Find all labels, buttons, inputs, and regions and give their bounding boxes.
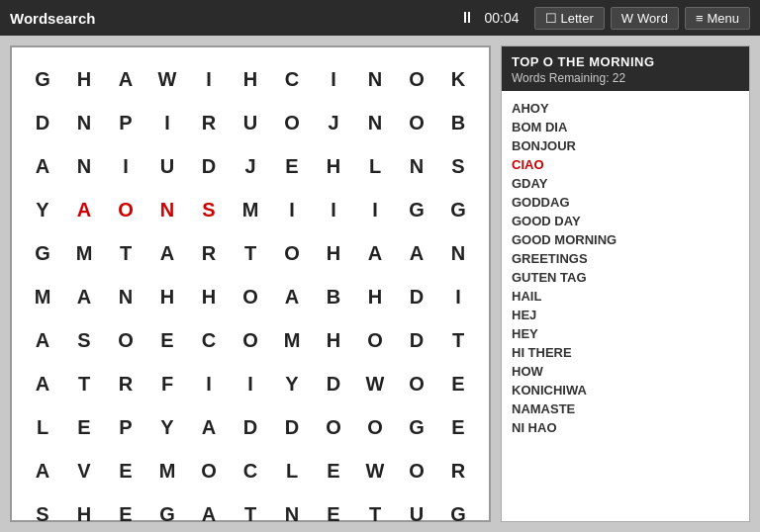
word-button[interactable]: W Word	[611, 7, 679, 30]
grid-cell[interactable]: I	[188, 57, 230, 101]
grid-cell[interactable]: T	[437, 318, 479, 362]
grid-cell[interactable]: I	[105, 144, 146, 188]
grid-cell[interactable]: E	[437, 362, 479, 405]
word-item[interactable]: HEJ	[512, 306, 739, 324]
word-item[interactable]: BOM DIA	[512, 118, 739, 136]
grid-cell[interactable]: A	[63, 275, 105, 318]
grid-cell[interactable]: G	[146, 492, 188, 532]
grid-cell[interactable]: A	[63, 188, 105, 231]
grid-cell[interactable]: J	[313, 101, 354, 144]
grid-cell[interactable]: C	[271, 57, 313, 101]
grid-cell[interactable]: C	[230, 449, 271, 492]
grid-cell[interactable]: M	[271, 318, 313, 362]
grid-cell[interactable]: A	[22, 144, 63, 188]
word-item[interactable]: HOW	[512, 362, 739, 381]
grid-cell[interactable]: U	[396, 492, 437, 532]
grid-cell[interactable]: O	[354, 318, 396, 362]
grid-cell[interactable]: W	[354, 449, 396, 492]
grid-cell[interactable]: M	[230, 188, 271, 231]
grid-cell[interactable]: B	[437, 101, 479, 144]
grid-cell[interactable]: A	[105, 57, 146, 101]
grid-cell[interactable]: L	[354, 144, 396, 188]
grid-cell[interactable]: I	[313, 57, 354, 101]
word-item[interactable]: GUTEN TAG	[512, 268, 739, 287]
grid-cell[interactable]: A	[354, 231, 396, 275]
grid-cell[interactable]: H	[188, 275, 230, 318]
grid-cell[interactable]: D	[188, 144, 230, 188]
grid-cell[interactable]: H	[313, 318, 354, 362]
grid-cell[interactable]: R	[188, 231, 230, 275]
menu-button[interactable]: ≡ Menu	[685, 7, 750, 30]
grid-cell[interactable]: R	[105, 362, 146, 405]
word-item[interactable]: GOOD MORNING	[512, 230, 739, 249]
grid-cell[interactable]: R	[188, 101, 230, 144]
grid-cell[interactable]: Y	[271, 362, 313, 405]
grid-cell[interactable]: B	[313, 275, 354, 318]
grid-cell[interactable]: U	[146, 144, 188, 188]
grid-cell[interactable]: N	[146, 188, 188, 231]
grid-cell[interactable]: E	[146, 318, 188, 362]
grid-cell[interactable]: O	[271, 101, 313, 144]
grid-cell[interactable]: T	[230, 231, 271, 275]
grid-cell[interactable]: O	[396, 449, 437, 492]
grid-cell[interactable]: A	[22, 318, 63, 362]
grid-cell[interactable]: M	[146, 449, 188, 492]
grid-cell[interactable]: D	[271, 405, 313, 449]
grid-cell[interactable]: O	[105, 188, 146, 231]
grid-cell[interactable]: I	[230, 362, 271, 405]
grid-cell[interactable]: Y	[146, 405, 188, 449]
grid-cell[interactable]: A	[188, 492, 230, 532]
grid-cell[interactable]: I	[188, 362, 230, 405]
grid-cell[interactable]: S	[63, 318, 105, 362]
letter-button[interactable]: ☐ Letter	[534, 7, 605, 30]
grid-cell[interactable]: L	[22, 405, 63, 449]
grid-cell[interactable]: M	[22, 275, 63, 318]
word-item[interactable]: HEY	[512, 324, 739, 343]
grid-cell[interactable]: L	[271, 449, 313, 492]
grid-cell[interactable]: U	[230, 101, 271, 144]
grid-cell[interactable]: T	[63, 362, 105, 405]
grid-cell[interactable]: S	[437, 144, 479, 188]
grid-cell[interactable]: I	[313, 188, 354, 231]
grid-cell[interactable]: E	[105, 492, 146, 532]
word-item[interactable]: HAIL	[512, 287, 739, 306]
grid-cell[interactable]: G	[437, 492, 479, 532]
grid-cell[interactable]: I	[146, 101, 188, 144]
grid-cell[interactable]: A	[146, 231, 188, 275]
grid-cell[interactable]: O	[105, 318, 146, 362]
word-item[interactable]: BONJOUR	[512, 136, 739, 155]
grid-cell[interactable]: O	[313, 405, 354, 449]
grid-cell[interactable]: G	[396, 188, 437, 231]
word-item[interactable]: GREETINGS	[512, 249, 739, 268]
grid-cell[interactable]: D	[313, 362, 354, 405]
word-item[interactable]: NI HAO	[512, 418, 739, 437]
grid-cell[interactable]: H	[313, 231, 354, 275]
grid-cell[interactable]: G	[22, 57, 63, 101]
grid-cell[interactable]: E	[63, 405, 105, 449]
grid-cell[interactable]: H	[230, 57, 271, 101]
grid-cell[interactable]: A	[22, 449, 63, 492]
grid-cell[interactable]: N	[437, 231, 479, 275]
grid-cell[interactable]: D	[22, 101, 63, 144]
grid-cell[interactable]: I	[354, 188, 396, 231]
grid-cell[interactable]: V	[63, 449, 105, 492]
grid-cell[interactable]: O	[230, 318, 271, 362]
grid-cell[interactable]: O	[354, 405, 396, 449]
grid-cell[interactable]: A	[396, 231, 437, 275]
grid-cell[interactable]: D	[396, 318, 437, 362]
grid-cell[interactable]: N	[63, 144, 105, 188]
grid-cell[interactable]: J	[230, 144, 271, 188]
word-item[interactable]: KONICHIWA	[512, 381, 739, 399]
grid-cell[interactable]: E	[313, 492, 354, 532]
grid-cell[interactable]: Y	[22, 188, 63, 231]
grid-cell[interactable]: D	[396, 275, 437, 318]
grid-cell[interactable]: P	[105, 405, 146, 449]
grid-cell[interactable]: D	[230, 405, 271, 449]
grid-cell[interactable]: H	[63, 57, 105, 101]
grid-cell[interactable]: O	[396, 57, 437, 101]
grid-cell[interactable]: G	[396, 405, 437, 449]
grid-cell[interactable]: N	[354, 101, 396, 144]
word-item[interactable]: HI THERE	[512, 343, 739, 362]
grid-cell[interactable]: O	[396, 362, 437, 405]
grid-cell[interactable]: H	[313, 144, 354, 188]
